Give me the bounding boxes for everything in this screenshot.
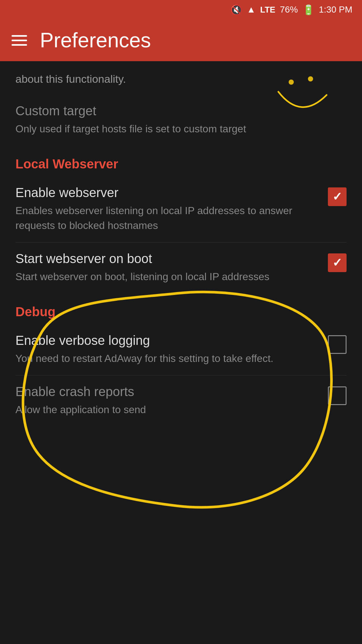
crash-reports-setting[interactable]: Enable crash reports Allow the applicati…	[0, 375, 362, 426]
menu-button[interactable]	[12, 35, 27, 46]
custom-target-title: Custom target	[15, 104, 347, 118]
start-webserver-boot-setting[interactable]: Start webserver on boot Start webserver …	[0, 242, 362, 293]
start-webserver-boot-title: Start webserver on boot	[15, 251, 328, 266]
signal-icon: ▲	[247, 5, 256, 15]
status-icons: 🔇 ▲ LTE 76% 🔋 1:30 PM	[230, 4, 352, 15]
debug-header: Debug	[0, 293, 362, 324]
debug-section: Debug Enable verbose logging You need to…	[0, 293, 362, 426]
enable-webserver-setting[interactable]: Enable webserver Enables webserver liste…	[0, 176, 362, 242]
start-webserver-boot-checkbox[interactable]	[328, 253, 347, 272]
crash-reports-title: Enable crash reports	[15, 384, 328, 399]
app-bar: Preferences	[0, 19, 362, 61]
time-display: 1:30 PM	[319, 5, 352, 15]
battery-percentage: 76%	[280, 5, 298, 15]
crash-reports-desc: Allow the application to send	[15, 402, 328, 417]
enable-webserver-checkbox[interactable]	[328, 187, 347, 206]
battery-icon: 🔋	[302, 4, 314, 15]
lte-label: LTE	[260, 5, 275, 15]
custom-target-setting: Custom target Only used if target hosts …	[0, 95, 362, 145]
start-webserver-boot-desc: Start webserver on boot, listening on lo…	[15, 269, 328, 284]
local-webserver-header: Local Webserver	[0, 145, 362, 176]
enable-webserver-desc: Enables webserver listening on local IP …	[15, 203, 328, 233]
verbose-logging-desc: You need to restart AdAway for this sett…	[15, 351, 328, 366]
verbose-logging-checkbox[interactable]	[328, 335, 347, 354]
content-area: about this functionality. Custom target …	[0, 61, 362, 426]
verbose-logging-title: Enable verbose logging	[15, 333, 328, 348]
status-bar: 🔇 ▲ LTE 76% 🔋 1:30 PM	[0, 0, 362, 19]
verbose-logging-setting[interactable]: Enable verbose logging You need to resta…	[0, 324, 362, 375]
enable-webserver-title: Enable webserver	[15, 185, 328, 200]
crash-reports-checkbox[interactable]	[328, 386, 347, 405]
page-title: Preferences	[40, 28, 151, 52]
partial-description: about this functionality.	[0, 61, 362, 95]
local-webserver-section: Local Webserver Enable webserver Enables…	[0, 145, 362, 293]
mute-icon: 🔇	[230, 4, 242, 15]
custom-target-desc: Only used if target hosts file is set to…	[15, 121, 347, 136]
